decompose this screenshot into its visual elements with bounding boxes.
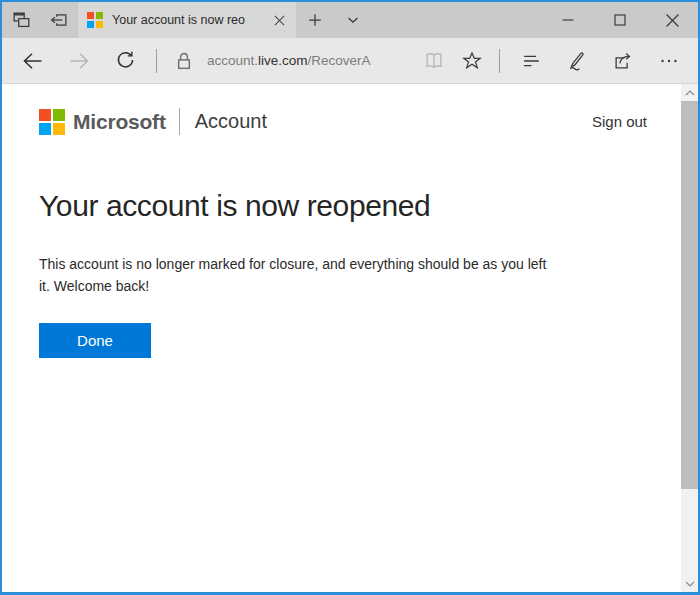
hub-lines-icon: [520, 50, 542, 72]
close-tab-button[interactable]: [270, 11, 288, 29]
site-security-button[interactable]: [165, 41, 203, 81]
tab-bar: Your account is now reo: [2, 2, 698, 38]
set-tabs-aside-button[interactable]: [40, 2, 78, 38]
body-text: This account is no longer marked for clo…: [39, 253, 647, 297]
page-content: Microsoft Account Sign out Your account …: [2, 84, 698, 592]
pen-icon: [566, 50, 588, 72]
brand-name: Microsoft: [73, 110, 166, 134]
share-icon: [612, 50, 634, 72]
maximize-icon: [614, 14, 626, 26]
toolbar-divider: [499, 49, 500, 73]
web-note-button[interactable]: [554, 41, 600, 81]
back-arrow-icon: [21, 49, 45, 73]
forward-arrow-icon: [67, 49, 91, 73]
product-name: Account: [195, 110, 267, 133]
microsoft-favicon-icon: [87, 12, 103, 28]
refresh-icon: [114, 49, 137, 72]
ellipsis-icon: [658, 50, 680, 72]
forward-button[interactable]: [56, 41, 102, 81]
set-tabs-aside-icon: [48, 9, 70, 31]
chevron-up-icon: [685, 90, 695, 96]
close-window-button[interactable]: [646, 2, 698, 38]
browser-toolbar: account.live.com/RecoverA: [2, 38, 698, 84]
refresh-button[interactable]: [102, 41, 148, 81]
url-path: /RecoverA: [308, 53, 371, 68]
tab-preview-button[interactable]: [2, 2, 40, 38]
maximize-button[interactable]: [594, 2, 646, 38]
scroll-down-button[interactable]: [681, 575, 698, 592]
body-line-1: This account is no longer marked for clo…: [39, 253, 647, 275]
done-button[interactable]: Done: [39, 323, 151, 358]
close-icon: [274, 15, 285, 26]
sign-out-link[interactable]: Sign out: [592, 113, 647, 130]
url-subdomain: account.: [207, 53, 258, 68]
header-divider: [179, 108, 180, 135]
lock-icon: [175, 51, 193, 71]
share-button[interactable]: [600, 41, 646, 81]
scroll-up-button[interactable]: [681, 84, 698, 101]
tab-list-button[interactable]: [334, 2, 372, 38]
new-tab-button[interactable]: [296, 2, 334, 38]
tab-preview-icon: [10, 9, 32, 31]
site-header: Microsoft Account Sign out: [39, 108, 647, 135]
url-domain: live.com: [258, 53, 308, 68]
scrollbar-thumb[interactable]: [681, 101, 698, 489]
add-favorite-button[interactable]: [453, 41, 491, 81]
plus-icon: [305, 10, 325, 30]
body-line-2: it. Welcome back!: [39, 275, 647, 297]
chevron-down-icon: [343, 10, 363, 30]
chevron-down-icon: [685, 581, 695, 587]
reading-view-button[interactable]: [415, 41, 453, 81]
toolbar-right-group: [415, 41, 692, 81]
minimize-button[interactable]: [542, 2, 594, 38]
microsoft-logo-icon: [39, 109, 65, 135]
address-bar[interactable]: account.live.com/RecoverA: [207, 53, 371, 68]
page-title: Your account is now reopened: [39, 187, 647, 225]
active-tab[interactable]: Your account is now reo: [78, 2, 296, 38]
star-icon: [461, 50, 483, 72]
minimize-icon: [562, 14, 574, 26]
hub-button[interactable]: [508, 41, 554, 81]
close-icon: [666, 14, 679, 27]
back-button[interactable]: [10, 41, 56, 81]
more-actions-button[interactable]: [646, 41, 692, 81]
browser-window: Your account is now reo: [0, 0, 700, 595]
book-icon: [423, 50, 445, 72]
vertical-scrollbar[interactable]: [681, 84, 698, 592]
tab-title: Your account is now reo: [112, 13, 264, 27]
window-controls: [542, 2, 698, 38]
toolbar-divider: [156, 49, 157, 73]
